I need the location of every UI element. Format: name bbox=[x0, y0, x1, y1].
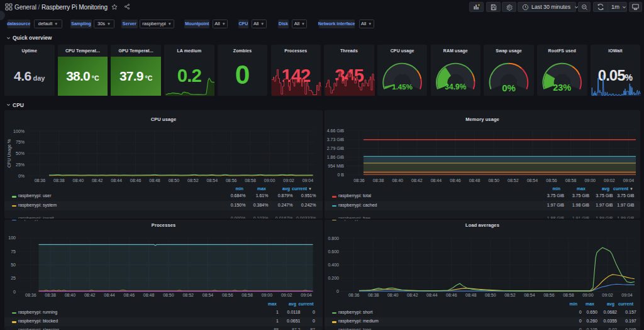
svg-text:08:42: 08:42 bbox=[407, 293, 418, 297]
svg-text:08:48: 08:48 bbox=[149, 178, 160, 183]
svg-text:08:42: 08:42 bbox=[84, 293, 96, 297]
svg-text:75%: 75% bbox=[16, 140, 25, 144]
svg-text:0.200: 0.200 bbox=[328, 276, 339, 280]
svg-text:08:48: 08:48 bbox=[469, 178, 480, 183]
svg-text:3.73 GiB: 3.73 GiB bbox=[327, 137, 345, 142]
svg-text:08:58: 08:58 bbox=[242, 293, 253, 297]
svg-text:08:54: 08:54 bbox=[524, 293, 535, 297]
svg-text:08:46: 08:46 bbox=[130, 178, 142, 183]
svg-text:08:36: 08:36 bbox=[348, 293, 360, 297]
svg-text:08:54: 08:54 bbox=[207, 178, 218, 183]
svg-text:25%: 25% bbox=[16, 162, 25, 167]
svg-text:08:38: 08:38 bbox=[373, 178, 384, 183]
svg-text:08:46: 08:46 bbox=[124, 293, 135, 297]
svg-text:09:02: 09:02 bbox=[281, 293, 292, 297]
svg-text:50%: 50% bbox=[16, 151, 25, 156]
svg-text:08:46: 08:46 bbox=[450, 178, 461, 183]
svg-text:09:04: 09:04 bbox=[623, 178, 635, 183]
svg-text:08:36: 08:36 bbox=[353, 178, 365, 183]
svg-text:09:02: 09:02 bbox=[602, 293, 613, 297]
svg-text:75: 75 bbox=[11, 249, 16, 254]
svg-text:08:38: 08:38 bbox=[368, 293, 379, 297]
svg-text:0%: 0% bbox=[502, 82, 516, 93]
svg-text:08:40: 08:40 bbox=[65, 293, 76, 297]
svg-text:50: 50 bbox=[11, 263, 16, 267]
svg-text:23%: 23% bbox=[553, 82, 571, 93]
svg-text:CPU Usage %: CPU Usage % bbox=[7, 139, 12, 168]
svg-text:08:54: 08:54 bbox=[203, 293, 214, 297]
svg-text:08:48: 08:48 bbox=[465, 293, 477, 297]
svg-text:0.800: 0.800 bbox=[328, 236, 339, 241]
svg-text:100%: 100% bbox=[13, 129, 25, 134]
svg-text:34.9%: 34.9% bbox=[445, 82, 466, 91]
svg-text:08:36: 08:36 bbox=[25, 293, 36, 297]
svg-text:0%: 0% bbox=[18, 174, 25, 178]
svg-text:08:38: 08:38 bbox=[45, 293, 56, 297]
svg-text:08:58: 08:58 bbox=[563, 293, 574, 297]
svg-text:08:56: 08:56 bbox=[543, 293, 555, 297]
svg-text:08:58: 08:58 bbox=[245, 178, 256, 183]
svg-text:08:46: 08:46 bbox=[446, 293, 457, 297]
svg-text:08:50: 08:50 bbox=[169, 178, 180, 183]
svg-text:08:58: 08:58 bbox=[565, 178, 577, 183]
svg-text:2.79 GiB: 2.79 GiB bbox=[327, 146, 345, 151]
svg-text:08:40: 08:40 bbox=[392, 178, 403, 183]
svg-text:08:52: 08:52 bbox=[187, 178, 199, 183]
svg-text:08:56: 08:56 bbox=[226, 178, 237, 183]
svg-text:08:44: 08:44 bbox=[426, 293, 438, 297]
svg-text:08:56: 08:56 bbox=[222, 293, 233, 297]
svg-text:09:00: 09:00 bbox=[262, 293, 273, 297]
svg-text:08:50: 08:50 bbox=[485, 293, 496, 297]
svg-text:09:02: 09:02 bbox=[604, 178, 615, 183]
svg-text:08:50: 08:50 bbox=[163, 293, 174, 297]
svg-text:09:00: 09:00 bbox=[584, 178, 596, 183]
svg-text:08:44: 08:44 bbox=[111, 178, 122, 183]
svg-text:08:38: 08:38 bbox=[53, 178, 65, 183]
svg-text:08:44: 08:44 bbox=[104, 293, 115, 297]
svg-text:08:36: 08:36 bbox=[35, 178, 46, 183]
svg-text:08:50: 08:50 bbox=[488, 178, 499, 183]
svg-text:08:52: 08:52 bbox=[504, 293, 516, 297]
svg-text:0: 0 bbox=[336, 289, 339, 293]
svg-text:0.600: 0.600 bbox=[328, 249, 339, 254]
svg-text:08:52: 08:52 bbox=[508, 178, 519, 183]
svg-text:0.400: 0.400 bbox=[328, 263, 339, 267]
svg-text:08:54: 08:54 bbox=[527, 178, 538, 183]
svg-text:09:04: 09:04 bbox=[301, 293, 312, 297]
svg-text:09:02: 09:02 bbox=[283, 178, 294, 183]
svg-text:100: 100 bbox=[8, 236, 16, 240]
svg-text:1.86 GiB: 1.86 GiB bbox=[327, 155, 345, 159]
svg-text:08:48: 08:48 bbox=[143, 293, 155, 297]
svg-text:954 MiB: 954 MiB bbox=[328, 164, 344, 168]
svg-text:09:00: 09:00 bbox=[264, 178, 275, 183]
svg-text:08:40: 08:40 bbox=[387, 293, 399, 297]
svg-text:0: 0 bbox=[13, 290, 16, 294]
svg-text:08:44: 08:44 bbox=[431, 178, 442, 183]
svg-text:08:40: 08:40 bbox=[73, 178, 84, 183]
svg-text:08:56: 08:56 bbox=[546, 178, 557, 183]
svg-text:4.66 GiB: 4.66 GiB bbox=[327, 128, 345, 133]
svg-text:08:42: 08:42 bbox=[92, 178, 103, 183]
svg-text:08:52: 08:52 bbox=[182, 293, 194, 297]
svg-text:09:04: 09:04 bbox=[303, 178, 314, 183]
svg-text:1.45%: 1.45% bbox=[392, 83, 413, 91]
svg-text:08:42: 08:42 bbox=[411, 178, 423, 183]
svg-text:09:04: 09:04 bbox=[621, 293, 633, 297]
svg-text:0 B: 0 B bbox=[337, 173, 344, 177]
svg-text:25: 25 bbox=[11, 276, 16, 280]
svg-text:09:00: 09:00 bbox=[582, 293, 594, 297]
